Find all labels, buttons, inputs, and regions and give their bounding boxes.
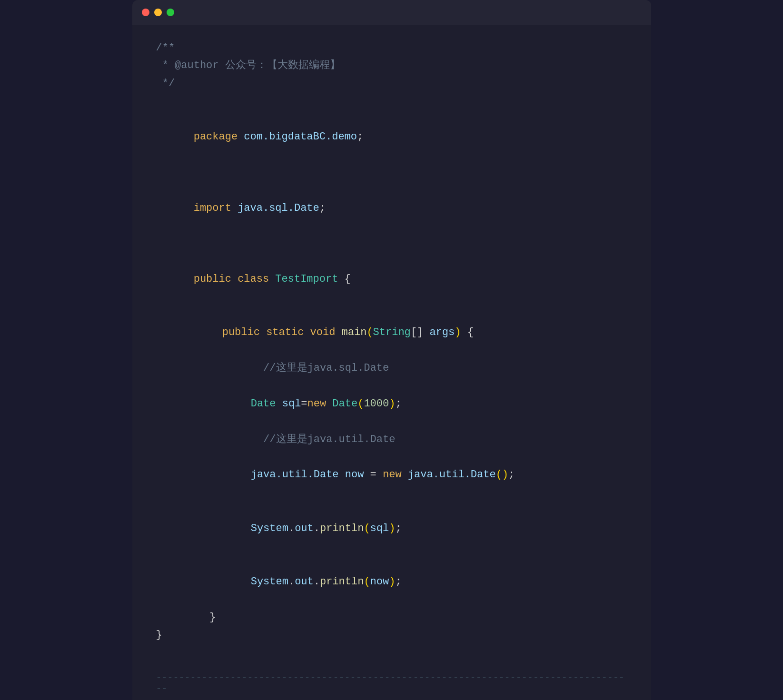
println-now-line: System.out.println(now);: [156, 555, 627, 608]
public-keyword-2: public: [222, 326, 266, 338]
inner-comment-1: //这里是java.sql.Date: [156, 359, 627, 377]
out-2: out: [295, 576, 314, 588]
java-util-date-type: java.util.Date: [251, 469, 345, 481]
util-date-line: java.util.Date now = new java.util.Date(…: [156, 448, 627, 502]
println-sql-line: System.out.println(sql);: [156, 502, 627, 555]
separator-line: ----------------------------------------…: [132, 663, 651, 694]
main-method: main: [342, 326, 367, 338]
args-param: args: [429, 326, 455, 338]
static-keyword: static: [266, 326, 310, 338]
new-keyword-2: new: [383, 469, 408, 481]
java-util-date-constructor: java.util.Date: [408, 469, 496, 481]
package-name: com.bigdataBC.demo: [244, 131, 357, 143]
blank-line-2: [156, 164, 627, 181]
code-editor: /** * @author 公众号：【大数据编程】 */ package com…: [132, 25, 651, 663]
now-var: now: [345, 469, 370, 481]
blank-line-1: [156, 92, 627, 110]
public-keyword-1: public: [194, 273, 238, 285]
blank-line-3: [156, 235, 627, 252]
out-1: out: [295, 523, 314, 534]
comment-line-3: */: [156, 75, 627, 92]
println-method-1: println: [320, 523, 364, 534]
comment-line-2: * @author 公众号：【大数据编程】: [156, 57, 627, 74]
close-button[interactable]: [142, 9, 149, 16]
println-method-2: println: [320, 576, 364, 588]
now-arg: now: [370, 576, 389, 588]
package-keyword: package: [194, 131, 244, 143]
code-window: /** * @author 公众号：【大数据编程】 */ package com…: [132, 0, 651, 700]
method-declaration: public static void main(String[] args) {: [156, 306, 627, 359]
import-keyword: import: [194, 202, 238, 214]
inner-comment-2: //这里是java.util.Date: [156, 431, 627, 448]
class-close: }: [156, 626, 627, 644]
void-keyword: void: [310, 326, 342, 338]
date-creation-line: Date sql=new Date(1000);: [156, 377, 627, 430]
string-type: String: [373, 326, 411, 338]
class-keyword: class: [238, 273, 275, 285]
package-line: package com.bigdataBC.demo;: [156, 110, 627, 164]
minimize-button[interactable]: [154, 9, 162, 16]
system-out-1: System: [251, 523, 288, 534]
class-name: TestImport: [275, 273, 344, 285]
sql-var: sql: [282, 398, 301, 410]
new-keyword-1: new: [307, 398, 333, 410]
import-path: java.sql.Date: [238, 202, 319, 214]
method-close: }: [156, 609, 627, 626]
number-1000: 1000: [364, 398, 389, 410]
date-constructor-1: Date: [332, 398, 357, 410]
comment-line-1: /**: [156, 39, 627, 57]
class-declaration: public class TestImport {: [156, 253, 627, 306]
import-line: import java.sql.Date;: [156, 181, 627, 235]
sql-arg: sql: [370, 523, 389, 534]
date-type: Date: [251, 398, 282, 410]
system-out-2: System: [251, 576, 288, 588]
output-area: >> 1970-01-01 Fri Jun 26 10:41:53 CST 20…: [132, 694, 651, 700]
maximize-button[interactable]: [167, 9, 174, 16]
title-bar: [132, 0, 651, 25]
